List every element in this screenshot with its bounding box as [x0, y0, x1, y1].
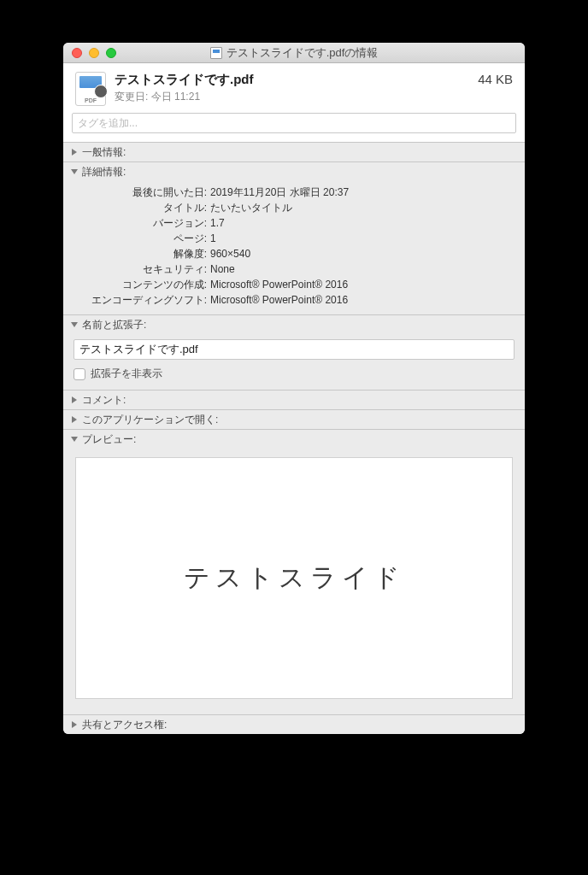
- section-header-comment[interactable]: コメント:: [63, 391, 525, 409]
- traffic-lights: [63, 48, 116, 58]
- file-size: 44 KB: [478, 72, 513, 86]
- detail-value: Microsoft® PowerPoint® 2016: [210, 292, 514, 308]
- file-header: テストスライドです.pdf 変更日: 今日 11:21 44 KB: [63, 63, 525, 113]
- section-header-general[interactable]: 一般情報:: [63, 143, 525, 161]
- detail-row: エンコーディングソフト: Microsoft® PowerPoint® 2016: [74, 292, 514, 308]
- detail-value: Microsoft® PowerPoint® 2016: [210, 277, 514, 292]
- section-label: 名前と拡張子:: [82, 318, 146, 332]
- header-text: テストスライドです.pdf 変更日: 今日 11:21: [115, 72, 478, 104]
- tags-row: [63, 113, 525, 142]
- filename-input[interactable]: [74, 339, 514, 360]
- filename: テストスライドです.pdf: [115, 72, 478, 88]
- maximize-button[interactable]: [106, 48, 116, 58]
- modified-date: 変更日: 今日 11:21: [115, 90, 478, 104]
- detail-row: ページ: 1: [74, 231, 514, 246]
- section-sharing: 共有とアクセス権:: [63, 714, 525, 734]
- detail-row: セキュリティ: None: [74, 261, 514, 277]
- section-open-with: このアプリケーションで開く:: [63, 409, 525, 429]
- hide-extension-row: 拡張子を非表示: [74, 367, 514, 381]
- section-header-detail[interactable]: 詳細情報:: [63, 162, 525, 181]
- section-header-sharing[interactable]: 共有とアクセス権:: [63, 715, 525, 734]
- chevron-down-icon: [70, 435, 79, 443]
- preview-body: テストスライド: [63, 449, 525, 714]
- preview-thumbnail[interactable]: テストスライド: [75, 457, 513, 699]
- detail-label: 解像度:: [74, 246, 210, 261]
- preview-content-text: テストスライド: [184, 561, 405, 596]
- section-header-preview[interactable]: プレビュー:: [63, 430, 525, 449]
- detail-value: None: [210, 261, 514, 277]
- chevron-right-icon: [70, 148, 79, 156]
- section-header-name-ext[interactable]: 名前と拡張子:: [63, 315, 525, 334]
- section-label: 詳細情報:: [82, 165, 126, 179]
- section-general: 一般情報:: [63, 142, 525, 161]
- app-badge-icon: [94, 85, 108, 98]
- tags-input[interactable]: [72, 113, 516, 133]
- detail-row: 最後に開いた日: 2019年11月20日 水曜日 20:37: [74, 185, 514, 200]
- section-label: このアプリケーションで開く:: [82, 413, 218, 427]
- titlebar[interactable]: テストスライドです.pdfの情報: [63, 43, 525, 63]
- detail-label: バージョン:: [74, 215, 210, 231]
- window-title-container: テストスライドです.pdfの情報: [63, 45, 525, 61]
- detail-label: エンコーディングソフト:: [74, 292, 210, 308]
- detail-row: バージョン: 1.7: [74, 215, 514, 231]
- close-button[interactable]: [72, 48, 82, 58]
- name-ext-body: 拡張子を非表示: [63, 334, 525, 390]
- file-icon: [75, 72, 106, 106]
- info-window: テストスライドです.pdfの情報 テストスライドです.pdf 変更日: 今日 1…: [63, 43, 525, 734]
- detail-label: コンテンツの作成:: [74, 277, 210, 292]
- section-label: プレビュー:: [82, 432, 136, 447]
- detail-value: 960×540: [210, 246, 514, 261]
- chevron-right-icon: [70, 415, 79, 424]
- detail-row: タイトル: たいたいタイトル: [74, 200, 514, 215]
- chevron-down-icon: [70, 167, 79, 176]
- chevron-down-icon: [70, 320, 79, 329]
- section-detail: 詳細情報: 最後に開いた日: 2019年11月20日 水曜日 20:37 タイト…: [63, 161, 525, 314]
- hide-extension-label: 拡張子を非表示: [91, 367, 162, 381]
- section-label: 一般情報:: [82, 145, 126, 160]
- section-label: 共有とアクセス権:: [82, 718, 167, 732]
- window-title: テストスライドです.pdfの情報: [226, 45, 379, 61]
- pdf-document-icon: [210, 47, 222, 59]
- detail-label: セキュリティ:: [74, 261, 210, 277]
- detail-row: コンテンツの作成: Microsoft® PowerPoint® 2016: [74, 277, 514, 292]
- detail-label: タイトル:: [74, 200, 210, 215]
- section-label: コメント:: [82, 393, 126, 408]
- detail-label: 最後に開いた日:: [74, 185, 210, 200]
- detail-label: ページ:: [74, 231, 210, 246]
- detail-body: 最後に開いた日: 2019年11月20日 水曜日 20:37 タイトル: たいた…: [63, 181, 525, 314]
- detail-value: 1.7: [210, 215, 514, 231]
- chevron-right-icon: [70, 396, 79, 404]
- minimize-button[interactable]: [89, 48, 99, 58]
- section-comment: コメント:: [63, 390, 525, 409]
- detail-row: 解像度: 960×540: [74, 246, 514, 261]
- detail-value: 2019年11月20日 水曜日 20:37: [210, 185, 514, 200]
- hide-extension-checkbox[interactable]: [74, 368, 85, 380]
- detail-value: たいたいタイトル: [210, 200, 514, 215]
- section-name-ext: 名前と拡張子: 拡張子を非表示: [63, 314, 525, 390]
- chevron-right-icon: [70, 720, 79, 729]
- detail-value: 1: [210, 231, 514, 246]
- section-preview: プレビュー: テストスライド: [63, 429, 525, 714]
- section-header-open-with[interactable]: このアプリケーションで開く:: [63, 410, 525, 429]
